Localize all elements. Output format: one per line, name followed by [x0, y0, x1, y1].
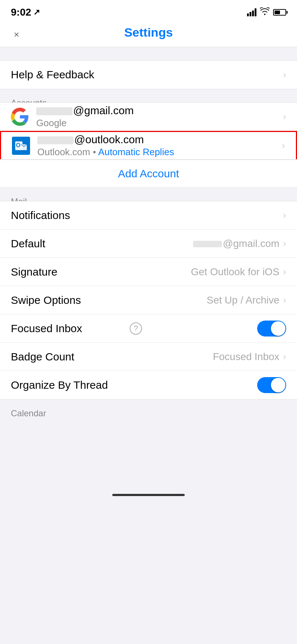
location-icon: ↗	[33, 8, 40, 17]
badge-count-row[interactable]: Badge Count Focused Inbox ›	[0, 343, 297, 371]
badge-count-value: Focused Inbox	[213, 351, 280, 363]
chevron-icon: ›	[283, 294, 286, 306]
mail-group: Notifications › Default @gmail.com › Sig…	[0, 201, 297, 400]
focused-inbox-help-icon[interactable]: ?	[130, 322, 142, 335]
outlook-provider: Outlook.com • Automatic Replies	[37, 146, 282, 158]
gmail-account-info: @gmail.com Google	[36, 104, 283, 129]
help-feedback-row[interactable]: Help & Feedback ›	[0, 61, 297, 89]
organize-by-thread-label: Organize By Thread	[11, 379, 257, 391]
status-bar: 9:02 ↗	[0, 0, 297, 22]
battery-icon	[273, 9, 286, 16]
organize-by-thread-toggle[interactable]	[257, 377, 286, 393]
signal-bars-icon	[247, 8, 256, 16]
svg-text:O: O	[16, 142, 20, 148]
close-button[interactable]: ×	[11, 27, 22, 42]
chevron-icon: ›	[283, 351, 286, 362]
outlook-email-blur	[37, 136, 74, 144]
add-account-label: Add Account	[118, 168, 179, 180]
signature-value: Get Outlook for iOS	[191, 266, 279, 278]
wifi-icon	[260, 7, 269, 17]
chevron-icon: ›	[283, 111, 286, 122]
chevron-icon: ›	[283, 266, 286, 277]
chevron-icon: ›	[283, 238, 286, 249]
add-account-row[interactable]: Add Account	[0, 160, 297, 188]
gmail-email: @gmail.com	[36, 104, 283, 117]
spacer-top	[0, 47, 297, 60]
spacer-calendar: Calendar	[0, 400, 297, 416]
automatic-replies-link[interactable]: Automatic Replies	[98, 146, 174, 157]
outlook-account-info: @outlook.com Outlook.com • Automatic Rep…	[37, 133, 282, 158]
badge-count-label: Badge Count	[11, 351, 213, 363]
default-label: Default	[11, 238, 193, 250]
nav-bar: × Settings	[0, 22, 297, 47]
time-label: 9:02	[11, 7, 31, 18]
gmail-account-row[interactable]: @gmail.com Google ›	[0, 103, 297, 131]
outlook-email: @outlook.com	[37, 133, 282, 146]
default-row[interactable]: Default @gmail.com ›	[0, 230, 297, 258]
gmail-email-blur	[36, 107, 72, 115]
chevron-icon: ›	[282, 140, 285, 151]
signature-label: Signature	[11, 266, 191, 278]
focused-inbox-row: Focused Inbox ?	[0, 314, 297, 343]
swipe-options-value: Set Up / Archive	[207, 294, 280, 306]
swipe-options-label: Swipe Options	[11, 294, 207, 306]
notifications-row[interactable]: Notifications ›	[0, 201, 297, 230]
spacer-accounts: Accounts	[0, 89, 297, 102]
notifications-label: Notifications	[11, 209, 283, 222]
home-bar	[112, 494, 185, 496]
status-icons	[247, 7, 286, 17]
page-title: Settings	[124, 25, 173, 40]
help-feedback-label: Help & Feedback	[11, 69, 283, 81]
toggle-knob	[271, 378, 285, 392]
google-icon	[11, 108, 29, 126]
spacer-mail: Mail	[0, 188, 297, 201]
home-indicator	[0, 488, 297, 503]
toggle-knob	[271, 321, 285, 336]
accounts-group: @gmail.com Google › O @outlook.com	[0, 102, 297, 160]
organize-by-thread-row: Organize By Thread	[0, 371, 297, 399]
swipe-options-row[interactable]: Swipe Options Set Up / Archive ›	[0, 286, 297, 314]
calendar-section-body	[0, 416, 297, 488]
focused-inbox-label: Focused Inbox	[11, 322, 126, 335]
help-feedback-group: Help & Feedback ›	[0, 60, 297, 89]
chevron-icon: ›	[283, 210, 286, 221]
outlook-icon: O	[12, 137, 30, 155]
gmail-provider: Google	[36, 117, 283, 129]
outlook-account-row[interactable]: O @outlook.com Outlook.com • Automatic R…	[0, 131, 297, 159]
signature-row[interactable]: Signature Get Outlook for iOS ›	[0, 258, 297, 286]
status-time: 9:02 ↗	[11, 7, 40, 18]
chevron-icon: ›	[283, 69, 286, 80]
focused-inbox-toggle[interactable]	[257, 321, 286, 337]
default-value: @gmail.com	[193, 238, 279, 249]
